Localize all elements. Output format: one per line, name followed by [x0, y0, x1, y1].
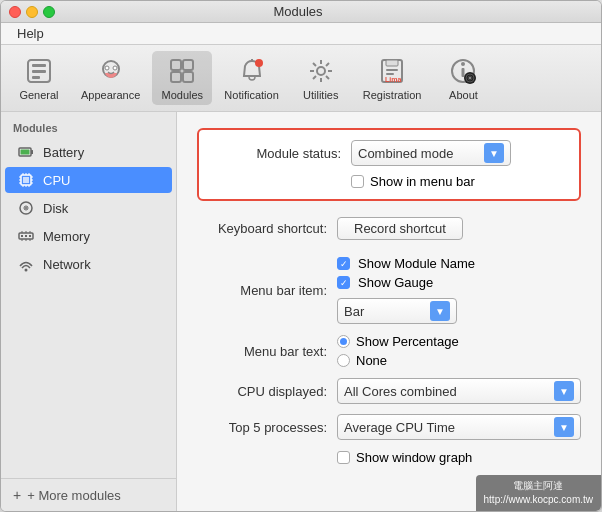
toolbar-item-registration[interactable]: Lima Registration [355, 51, 430, 105]
svg-rect-57 [29, 235, 31, 237]
module-status-value: Combined mode [358, 146, 484, 161]
svg-rect-38 [23, 177, 29, 183]
cpu-displayed-row: CPU displayed: All Cores combined ▼ [197, 378, 581, 404]
menu-bar-text-content: Show Percentage None [337, 334, 581, 368]
sidebar-item-cpu[interactable]: CPU [5, 167, 172, 193]
show-in-menubar-label: Show in menu bar [370, 174, 475, 189]
toolbar-item-appearance[interactable]: Appearance [73, 51, 148, 105]
show-window-graph-content: Show window graph [337, 450, 581, 465]
svg-rect-1 [32, 64, 46, 67]
notification-icon [236, 55, 268, 87]
toolbar-item-about[interactable]: About [433, 51, 493, 105]
show-in-menubar-row: Show in menu bar [211, 174, 567, 189]
show-gauge-checkbox[interactable]: ✓ [337, 276, 350, 289]
more-modules-button[interactable]: + + More modules [1, 478, 176, 511]
svg-rect-9 [171, 72, 181, 82]
gauge-type-row: Bar ▼ [337, 298, 581, 324]
keyboard-shortcut-label: Keyboard shortcut: [197, 221, 337, 236]
battery-icon [17, 143, 35, 161]
general-icon [23, 55, 55, 87]
sidebar-header: Modules [1, 112, 176, 138]
sidebar-item-battery[interactable]: Battery [5, 139, 172, 165]
cpu-displayed-arrow[interactable]: ▼ [554, 381, 574, 401]
svg-rect-56 [25, 235, 27, 237]
cpu-displayed-content: All Cores combined ▼ [337, 378, 581, 404]
gauge-type-select[interactable]: Bar ▼ [337, 298, 457, 324]
sidebar-item-battery-label: Battery [43, 145, 84, 160]
module-status-select[interactable]: Combined mode ▼ [351, 140, 511, 166]
toolbar-label-notification: Notification [224, 89, 278, 101]
show-percentage-radio[interactable] [337, 335, 350, 348]
toolbar-label-registration: Registration [363, 89, 422, 101]
show-in-menubar-control: Show in menu bar [351, 174, 567, 189]
module-status-box: Module status: Combined mode ▼ Sh [197, 128, 581, 201]
top5-arrow[interactable]: ▼ [554, 417, 574, 437]
more-modules-label: + More modules [27, 488, 121, 503]
module-status-control: Combined mode ▼ [351, 140, 567, 166]
menu-bar-item-row: Menu bar item: ✓ Show Module Name ✓ Show… [197, 256, 581, 324]
svg-rect-55 [21, 235, 23, 237]
disk-icon [17, 199, 35, 217]
svg-line-20 [326, 63, 329, 66]
gauge-type-value: Bar [344, 304, 430, 319]
watermark: 電腦主阿達http://www.kocpc.com.tw [476, 475, 601, 511]
record-shortcut-button[interactable]: Record shortcut [337, 217, 463, 240]
network-icon [17, 255, 35, 273]
show-window-graph-label: Show window graph [356, 450, 472, 465]
svg-point-64 [25, 269, 28, 272]
svg-point-28 [461, 62, 465, 66]
show-percentage-radio-wrapper[interactable]: Show Percentage [337, 334, 581, 349]
menu-bar-text-label: Menu bar text: [197, 344, 337, 359]
svg-line-19 [326, 76, 329, 79]
show-gauge-row: ✓ Show Gauge [337, 275, 581, 290]
svg-rect-23 [386, 60, 398, 66]
module-status-arrow[interactable]: ▼ [484, 143, 504, 163]
show-module-name-checkbox[interactable]: ✓ [337, 257, 350, 270]
svg-rect-7 [171, 60, 181, 70]
show-in-menubar-checkbox-wrapper[interactable]: Show in menu bar [351, 174, 475, 189]
menu-bar-item-label: Menu bar item: [197, 283, 337, 298]
show-window-graph-row: Show window graph [197, 450, 581, 465]
toolbar-item-modules[interactable]: Modules [152, 51, 212, 105]
module-status-label: Module status: [211, 146, 351, 161]
svg-rect-24 [386, 69, 398, 71]
menu-bar-text-row: Menu bar text: Show Percentage None [197, 334, 581, 368]
toolbar-item-notification[interactable]: Notification [216, 51, 286, 105]
sidebar-item-disk[interactable]: Disk [5, 195, 172, 221]
gauge-type-arrow[interactable]: ▼ [430, 301, 450, 321]
menu-help[interactable]: Help [9, 26, 52, 41]
cpu-displayed-select[interactable]: All Cores combined ▼ [337, 378, 581, 404]
svg-rect-10 [183, 72, 193, 82]
window-title: Modules [3, 4, 593, 19]
show-gauge-label: Show Gauge [358, 275, 433, 290]
sidebar-item-cpu-label: CPU [43, 173, 70, 188]
top5-processes-content: Average CPU Time ▼ [337, 414, 581, 440]
svg-rect-2 [32, 70, 46, 73]
none-radio-wrapper[interactable]: None [337, 353, 581, 368]
svg-line-18 [313, 63, 316, 66]
svg-rect-35 [31, 150, 33, 154]
utilities-icon [305, 55, 337, 87]
toolbar-item-general[interactable]: General [9, 51, 69, 105]
show-window-graph-checkbox[interactable] [337, 451, 350, 464]
toolbar-item-utilities[interactable]: Utilities [291, 51, 351, 105]
svg-point-6 [113, 66, 117, 70]
none-radio[interactable] [337, 354, 350, 367]
show-module-name-row: ✓ Show Module Name [337, 256, 581, 271]
cpu-icon [17, 171, 35, 189]
sidebar-item-memory-label: Memory [43, 229, 90, 244]
svg-point-5 [105, 66, 109, 70]
show-window-graph-wrapper[interactable]: Show window graph [337, 450, 581, 465]
module-status-row: Module status: Combined mode ▼ [211, 140, 567, 166]
content-area: Module status: Combined mode ▼ Sh [177, 112, 601, 511]
keyboard-shortcut-row: Keyboard shortcut: Record shortcut [197, 217, 581, 240]
sidebar-item-network[interactable]: Network [5, 251, 172, 277]
cpu-displayed-value: All Cores combined [344, 384, 554, 399]
modules-icon [166, 55, 198, 87]
svg-rect-29 [462, 68, 465, 77]
toolbar-label-appearance: Appearance [81, 89, 140, 101]
show-in-menubar-checkbox[interactable] [351, 175, 364, 188]
sidebar-item-memory[interactable]: Memory [5, 223, 172, 249]
toolbar-label-modules: Modules [162, 89, 204, 101]
top5-select[interactable]: Average CPU Time ▼ [337, 414, 581, 440]
